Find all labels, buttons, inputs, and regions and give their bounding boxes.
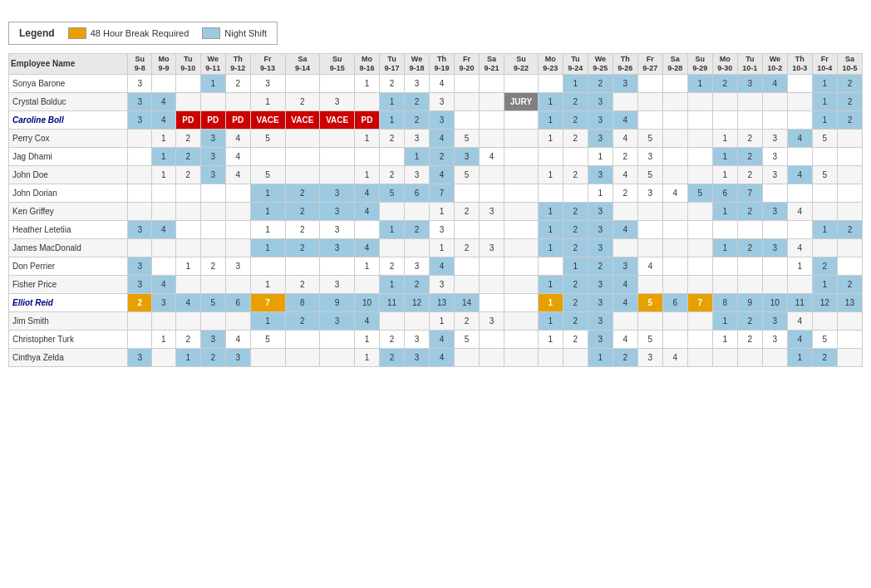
schedule-cell bbox=[225, 202, 250, 220]
schedule-cell bbox=[837, 238, 862, 257]
schedule-cell: 4 bbox=[355, 202, 380, 220]
schedule-cell bbox=[762, 348, 787, 366]
schedule-cell: 4 bbox=[355, 238, 380, 257]
schedule-cell: 4 bbox=[480, 147, 504, 165]
schedule-cell: 3 bbox=[762, 165, 787, 184]
schedule-cell bbox=[637, 74, 662, 92]
schedule-cell bbox=[152, 311, 176, 330]
schedule-cell bbox=[687, 202, 712, 220]
schedule-cell bbox=[504, 311, 539, 330]
schedule-cell: 2 bbox=[563, 293, 588, 311]
schedule-cell bbox=[480, 275, 504, 293]
col-header-10-3: Th10-3 bbox=[787, 54, 812, 75]
schedule-cell: 1 bbox=[355, 257, 380, 275]
schedule-cell bbox=[480, 92, 504, 110]
schedule-cell: 2 bbox=[285, 92, 320, 110]
schedule-cell bbox=[405, 238, 430, 257]
schedule-cell bbox=[455, 257, 480, 275]
schedule-cell: 1 bbox=[712, 165, 737, 184]
col-header-9-20: Fr9-20 bbox=[455, 54, 480, 75]
schedule-cell bbox=[762, 110, 787, 129]
col-header-9-28: Sa9-28 bbox=[662, 54, 687, 75]
schedule-cell: 13 bbox=[837, 293, 862, 311]
schedule-cell: 2 bbox=[812, 257, 837, 275]
schedule-cell: 4 bbox=[430, 129, 455, 147]
schedule-cell bbox=[662, 74, 687, 92]
schedule-cell: 4 bbox=[613, 110, 637, 129]
schedule-cell: 1 bbox=[588, 348, 613, 366]
schedule-cell: 1 bbox=[380, 110, 405, 129]
schedule-cell: 3 bbox=[637, 348, 662, 366]
schedule-cell: 12 bbox=[812, 293, 837, 311]
schedule-cell: 2 bbox=[837, 110, 862, 129]
schedule-cell bbox=[662, 275, 687, 293]
schedule-cell: 9 bbox=[737, 293, 762, 311]
schedule-cell: 4 bbox=[152, 275, 176, 293]
schedule-cell: 5 bbox=[250, 129, 285, 147]
col-header-10-2: We10-2 bbox=[762, 54, 787, 75]
schedule-cell bbox=[480, 74, 504, 92]
schedule-cell bbox=[787, 110, 812, 129]
schedule-cell bbox=[762, 184, 787, 202]
schedule-cell: 3 bbox=[588, 275, 613, 293]
schedule-cell bbox=[737, 220, 762, 238]
schedule-cell: 3 bbox=[320, 202, 355, 220]
col-header-9-26: Th9-26 bbox=[613, 54, 637, 75]
schedule-cell bbox=[320, 165, 355, 184]
schedule-cell bbox=[687, 110, 712, 129]
schedule-cell bbox=[128, 129, 152, 147]
schedule-cell bbox=[538, 74, 563, 92]
schedule-cell: 11 bbox=[787, 293, 812, 311]
schedule-cell: 3 bbox=[225, 348, 250, 366]
schedule-cell: 6 bbox=[405, 184, 430, 202]
schedule-cell: 5 bbox=[455, 165, 480, 184]
schedule-cell: 1 bbox=[812, 92, 837, 110]
schedule-cell: 1 bbox=[355, 330, 380, 348]
schedule-cell: 7 bbox=[737, 184, 762, 202]
employee-name-cell: John Doe bbox=[9, 165, 128, 184]
schedule-cell bbox=[504, 275, 539, 293]
schedule-cell bbox=[504, 202, 539, 220]
schedule-cell: 3 bbox=[637, 184, 662, 202]
schedule-cell: 12 bbox=[405, 293, 430, 311]
schedule-cell: 2 bbox=[380, 330, 405, 348]
schedule-cell: 2 bbox=[588, 257, 613, 275]
employee-name-cell: Fisher Price bbox=[9, 275, 128, 293]
schedule-cell: 7 bbox=[250, 293, 285, 311]
schedule-cell: 3 bbox=[588, 129, 613, 147]
schedule-cell: 5 bbox=[250, 165, 285, 184]
schedule-cell bbox=[787, 220, 812, 238]
schedule-cell bbox=[762, 220, 787, 238]
col-header-9-21: Sa9-21 bbox=[480, 54, 504, 75]
schedule-cell: 1 bbox=[588, 184, 613, 202]
schedule-cell bbox=[200, 220, 225, 238]
schedule-cell: PD bbox=[200, 110, 225, 129]
schedule-cell bbox=[762, 257, 787, 275]
schedule-cell: 1 bbox=[712, 147, 737, 165]
schedule-cell: 3 bbox=[405, 165, 430, 184]
schedule-cell bbox=[687, 165, 712, 184]
schedule-cell: 1 bbox=[712, 238, 737, 257]
schedule-cell bbox=[787, 147, 812, 165]
schedule-cell bbox=[225, 92, 250, 110]
schedule-cell bbox=[152, 74, 176, 92]
schedule-cell bbox=[737, 275, 762, 293]
schedule-cell: 2 bbox=[712, 74, 737, 92]
schedule-cell: 4 bbox=[662, 184, 687, 202]
employee-name-cell: John Dorian bbox=[9, 184, 128, 202]
schedule-cell: 1 bbox=[563, 74, 588, 92]
schedule-cell: 1 bbox=[538, 238, 563, 257]
schedule-cell: PD bbox=[175, 110, 200, 129]
schedule-cell: 4 bbox=[152, 92, 176, 110]
employee-name-cell: Crystal Bolduc bbox=[9, 92, 128, 110]
col-header-9-27: Fr9-27 bbox=[637, 54, 662, 75]
schedule-cell: 4 bbox=[662, 348, 687, 366]
schedule-cell: 2 bbox=[737, 165, 762, 184]
schedule-cell: 2 bbox=[563, 330, 588, 348]
schedule-cell: 3 bbox=[588, 165, 613, 184]
table-row: Fisher Price34123123123412 bbox=[9, 275, 863, 293]
employee-name-cell: Jim Smith bbox=[9, 311, 128, 330]
schedule-cell: 2 bbox=[812, 348, 837, 366]
employee-name-cell: James MacDonald bbox=[9, 238, 128, 257]
schedule-cell: 1 bbox=[563, 257, 588, 275]
